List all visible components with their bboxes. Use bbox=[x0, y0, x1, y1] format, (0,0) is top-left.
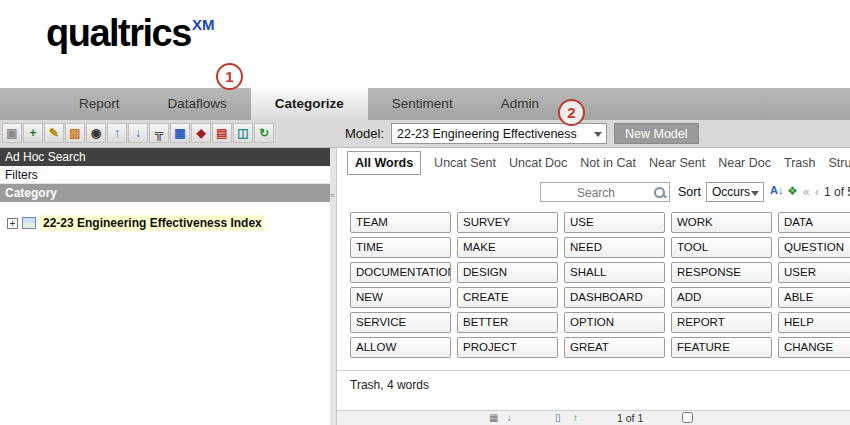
sort-az-icon[interactable]: A↓ bbox=[770, 184, 783, 196]
word-button[interactable]: SERVICE bbox=[350, 312, 451, 333]
word-button[interactable]: DOCUMENTATION bbox=[350, 262, 451, 283]
select-all-checkbox[interactable] bbox=[682, 412, 693, 423]
move-down-icon[interactable]: ↓ bbox=[128, 123, 148, 143]
tree-item-model[interactable]: + 22-23 Engineering Effectiveness Index bbox=[7, 215, 330, 231]
panel-splitter[interactable]: « bbox=[330, 148, 337, 425]
qualtrics-logo: qualtricsXM bbox=[46, 12, 213, 55]
filters-section[interactable]: Filters bbox=[0, 166, 330, 184]
word-button[interactable]: BETTER bbox=[457, 312, 558, 333]
new-model-button[interactable]: New Model bbox=[614, 123, 699, 144]
search-icon[interactable] bbox=[653, 186, 666, 199]
nav-tab-dataflows[interactable]: Dataflows bbox=[144, 88, 251, 120]
word-button[interactable]: ALLOW bbox=[350, 337, 451, 358]
word-button[interactable]: CHANGE bbox=[778, 337, 850, 358]
word-button[interactable]: TIME bbox=[350, 237, 451, 258]
status-divider bbox=[337, 370, 850, 371]
word-button[interactable]: QUESTION bbox=[778, 237, 850, 258]
logo-xm-mark: XM bbox=[192, 16, 215, 33]
category-header[interactable]: Category bbox=[0, 184, 330, 202]
search-input[interactable] bbox=[541, 184, 669, 202]
download-icon[interactable]: ↓ bbox=[507, 412, 512, 423]
nav-tab-sentiment[interactable]: Sentiment bbox=[368, 88, 477, 120]
bottom-pager-text: 1 of 1 bbox=[617, 412, 643, 424]
word-button[interactable]: DATA bbox=[778, 212, 850, 233]
word-button[interactable]: DASHBOARD bbox=[564, 287, 665, 308]
word-button[interactable]: WORK bbox=[671, 212, 772, 233]
tab-trash[interactable]: Trash bbox=[784, 156, 816, 170]
restore-icon[interactable]: ↑ bbox=[573, 412, 578, 423]
word-button[interactable]: USER bbox=[778, 262, 850, 283]
hierarchy-icon[interactable]: ╦ bbox=[149, 123, 169, 143]
model-select[interactable]: 22-23 Engineering Effectiveness bbox=[391, 123, 607, 144]
tab-uncat-sent[interactable]: Uncat Sent bbox=[434, 156, 496, 170]
view-grid-icon[interactable]: ▦ bbox=[489, 412, 498, 423]
tab-near-sent[interactable]: Near Sent bbox=[649, 156, 705, 170]
model-controls: Model: 22-23 Engineering Effectiveness N… bbox=[345, 123, 699, 144]
step-annotation-1: 1 bbox=[216, 63, 243, 90]
nav-tab-admin[interactable]: Admin bbox=[477, 88, 563, 120]
bottom-toolbar: ▦ ↓ ▯ ↑ 1 of 1 bbox=[337, 410, 850, 425]
grid-icon[interactable]: ▦ bbox=[170, 123, 190, 143]
word-button[interactable]: NEED bbox=[564, 237, 665, 258]
word-button[interactable]: MAKE bbox=[457, 237, 558, 258]
category-tree: + 22-23 Engineering Effectiveness Index bbox=[0, 202, 330, 231]
word-button[interactable]: HELP bbox=[778, 312, 850, 333]
word-button[interactable]: REPORT bbox=[671, 312, 772, 333]
word-button[interactable]: GREAT bbox=[564, 337, 665, 358]
words-tab-strip: All Words Uncat Sent Uncat Doc Not in Ca… bbox=[347, 150, 850, 176]
tab-all-words[interactable]: All Words bbox=[347, 151, 421, 175]
eye-icon[interactable]: ◉ bbox=[86, 123, 106, 143]
sidebar: Ad Hoc Search Filters Category + 22-23 E… bbox=[0, 148, 330, 425]
move-up-icon[interactable]: ↑ bbox=[107, 123, 127, 143]
pdf-icon[interactable]: ▤ bbox=[212, 123, 232, 143]
add-icon[interactable]: + bbox=[23, 123, 43, 143]
nav-tab-report[interactable]: Report bbox=[55, 88, 144, 120]
model-label: Model: bbox=[345, 126, 384, 141]
word-button[interactable]: USE bbox=[564, 212, 665, 233]
adhoc-search-header[interactable]: Ad Hoc Search bbox=[0, 148, 330, 166]
word-button[interactable]: DESIGN bbox=[457, 262, 558, 283]
word-button[interactable]: TEAM bbox=[350, 212, 451, 233]
main-nav-tabbar: Report Dataflows Categorize Sentiment Ad… bbox=[0, 88, 850, 120]
chevron-down-icon bbox=[594, 132, 602, 137]
report-icon[interactable]: ◫ bbox=[233, 123, 253, 143]
word-grid: TEAM SURVEY USE WORK DATA TIME MAKE NEED… bbox=[350, 212, 850, 358]
pager-text: 1 of 50 bbox=[824, 185, 850, 199]
word-button[interactable]: SURVEY bbox=[457, 212, 558, 233]
word-button[interactable]: TOOL bbox=[671, 237, 772, 258]
tree-item-label[interactable]: 22-23 Engineering Effectiveness Index bbox=[40, 215, 265, 231]
app-header: qualtricsXM bbox=[0, 0, 850, 88]
move-words-icon[interactable]: ❖ bbox=[787, 184, 798, 198]
save-icon[interactable]: ▣ bbox=[2, 123, 22, 143]
word-button[interactable]: ABLE bbox=[778, 287, 850, 308]
image-search-icon[interactable]: ▨ bbox=[65, 123, 85, 143]
tab-near-doc[interactable]: Near Doc bbox=[718, 156, 771, 170]
chevron-down-icon bbox=[751, 191, 759, 196]
pager-first-icon[interactable]: « bbox=[803, 185, 810, 199]
words-controls-row: Sort Occurs A↓ ❖ « ‹ 1 of 50 bbox=[337, 182, 850, 204]
export-icon[interactable]: ◆ bbox=[191, 123, 211, 143]
word-button[interactable]: NEW bbox=[350, 287, 451, 308]
edit-doc-icon[interactable]: ✎ bbox=[44, 123, 64, 143]
tab-not-in-cat[interactable]: Not in Cat bbox=[580, 156, 636, 170]
word-button[interactable]: FEATURE bbox=[671, 337, 772, 358]
word-button[interactable]: ADD bbox=[671, 287, 772, 308]
sort-label: Sort bbox=[678, 185, 701, 199]
word-button[interactable]: PROJECT bbox=[457, 337, 558, 358]
word-button[interactable]: OPTION bbox=[564, 312, 665, 333]
sort-select[interactable]: Occurs bbox=[706, 182, 764, 202]
word-button[interactable]: CREATE bbox=[457, 287, 558, 308]
toolbar-icon-strip: ▣ + ✎ ▨ ◉ ↑ ↓ ╦ ▦ ◆ ▤ ◫ ↻ bbox=[2, 123, 274, 143]
refresh-icon[interactable]: ↻ bbox=[254, 123, 274, 143]
word-button[interactable]: SHALL bbox=[564, 262, 665, 283]
pager-prev-icon[interactable]: ‹ bbox=[815, 185, 819, 199]
word-button[interactable]: RESPONSE bbox=[671, 262, 772, 283]
expand-plus-icon[interactable]: + bbox=[7, 218, 18, 229]
collapse-panel-icon[interactable]: « bbox=[330, 190, 335, 200]
tab-struct[interactable]: Struct bbox=[828, 156, 850, 170]
model-select-value: 22-23 Engineering Effectiveness bbox=[397, 127, 577, 141]
logo-brand-text: qualtrics bbox=[46, 12, 191, 54]
nav-tab-categorize[interactable]: Categorize bbox=[251, 88, 368, 120]
tab-uncat-doc[interactable]: Uncat Doc bbox=[509, 156, 567, 170]
trash-icon[interactable]: ▯ bbox=[555, 412, 561, 423]
